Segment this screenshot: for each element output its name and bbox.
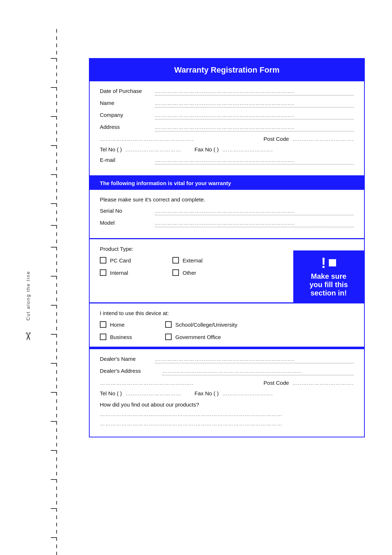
how-find-line1[interactable]: ………………………..........…………….……………………………...…… (100, 411, 354, 417)
checkbox-label-school: School/College/University (175, 322, 237, 328)
dealers-name-row: Dealer's Name …....………………......………….....… (100, 356, 354, 363)
dealer-address-cont-dots: ………………………......……….......... (100, 380, 260, 386)
tick-mark (51, 479, 57, 480)
address-label: Address (100, 124, 151, 130)
exclamation-mark: ! (321, 256, 326, 270)
dealer-tel-no-label: Tel No ( ) (100, 390, 122, 396)
email-row: E-mail …....………………......…………............… (100, 157, 354, 164)
tick-mark (51, 116, 57, 117)
product-type-checkboxes-area: PC Card External Internal (100, 257, 293, 296)
please-notice: Please make sure it's correct and comple… (100, 196, 354, 203)
use-device-grid: Home School/College/University Business … (100, 321, 354, 340)
checkbox-govt[interactable] (165, 334, 172, 340)
tick-mark (51, 203, 57, 204)
warranty-banner: The following information is vital for y… (90, 176, 364, 190)
checkbox-label-external: External (183, 257, 203, 264)
tick-mark (51, 334, 57, 335)
company-label: Company (100, 112, 151, 118)
checkbox-label-govt: Government Office (175, 334, 221, 340)
tick-mark (51, 247, 57, 248)
tick-mark (51, 58, 57, 59)
date-of-purchase-field[interactable]: …....………………......…………...................… (155, 88, 354, 95)
how-find-line2[interactable]: ………………………..........…………….……………………………...…… (100, 421, 354, 427)
dealer-postcode-field[interactable]: ......…………...…………. (293, 380, 354, 386)
name-label: Name (100, 100, 151, 106)
cut-along-area: Cut along the line ✂ (24, 270, 33, 342)
checkbox-item-other: Other (172, 269, 245, 276)
tel-no-label: Tel No ( ) (100, 146, 122, 152)
dealer-section: Dealer's Name …....………………......………….....… (90, 349, 364, 437)
tick-mark (51, 87, 57, 88)
fax-no-field[interactable]: …………...…………. (222, 147, 354, 152)
personal-info-section: Date of Purchase …....………………......…………..… (90, 81, 364, 176)
checkbox-item-govt: Government Office (165, 334, 260, 340)
tel-no-field[interactable]: ..........………………… (126, 147, 184, 152)
checkbox-business[interactable] (100, 334, 106, 340)
address-field[interactable]: …....………………......…………...................… (155, 124, 354, 131)
warranty-banner-text: The following information is vital for y… (100, 180, 231, 186)
cut-line (56, 29, 57, 555)
dealers-name-label: Dealer's Name (100, 356, 151, 362)
name-row: Name …....………………......…………..............… (100, 100, 354, 107)
tick-mark (51, 508, 57, 509)
tick-mark (51, 225, 57, 226)
checkbox-label-other: Other (183, 270, 196, 276)
checkbox-school[interactable] (165, 321, 172, 328)
scissors-icon: ✂ (22, 332, 34, 341)
product-type-content: PC Card External Internal (100, 257, 354, 296)
serial-no-label: Serial No (100, 208, 151, 214)
checkbox-home[interactable] (100, 321, 106, 328)
checkbox-label-business: Business (110, 334, 132, 340)
serial-no-field[interactable]: …....………………......…………...................… (155, 208, 354, 215)
tick-mark (51, 392, 57, 393)
dealer-postcode-label: Post Code (264, 380, 289, 386)
dealers-name-field[interactable]: …....………………......…………...................… (155, 356, 354, 363)
use-device-section: I intend to use this device at: Home Sch… (90, 303, 364, 348)
checkbox-label-home: Home (110, 322, 124, 328)
name-field[interactable]: …....………………......…………...................… (155, 100, 354, 107)
exclamation-row: ! (321, 256, 336, 270)
product-type-grid: PC Card External Internal (100, 257, 293, 276)
tel-fax-row: Tel No ( ) ..........………………… Fax No ( ) … (100, 146, 354, 152)
date-of-purchase-label: Date of Purchase (100, 88, 151, 94)
checkbox-item-external: External (172, 257, 245, 264)
product-type-section: Product Type: PC Card External (90, 239, 364, 303)
company-row: Company …....………………......…………...........… (100, 112, 354, 119)
email-field[interactable]: …....………………......…………...................… (155, 157, 354, 164)
exclamation-small-box (329, 259, 336, 266)
checkbox-label-pc-card: PC Card (110, 257, 131, 264)
address-row: Address …....………………......…………...........… (100, 124, 354, 131)
company-field[interactable]: …....………………......…………...................… (155, 112, 354, 119)
form-container: Warranty Registration Form Date of Purch… (89, 58, 365, 437)
checkbox-label-internal: Internal (110, 270, 128, 276)
tick-mark (51, 421, 57, 422)
dealer-tel-no-field[interactable]: ..........………………… (126, 391, 184, 396)
checkbox-other[interactable] (172, 269, 179, 276)
dealers-address-label: Dealer's Address (100, 368, 158, 374)
make-sure-line2: you fill this (310, 281, 348, 289)
tick-mark (51, 174, 57, 175)
model-row: Model …....………………......………….............… (100, 220, 354, 227)
checkbox-internal[interactable] (100, 269, 106, 276)
dealer-fax-no-field[interactable]: …………...…………. (222, 391, 354, 396)
checkbox-pc-card[interactable] (100, 257, 106, 264)
model-field[interactable]: …....………………......…………...................… (155, 220, 354, 227)
main-content: Warranty Registration Form Date of Purch… (67, 58, 381, 437)
tick-mark (51, 537, 57, 538)
dealers-address-row: Dealer's Address …....………………......…………..… (100, 368, 354, 375)
checkbox-item-home: Home (100, 321, 165, 328)
form-title: Warranty Registration Form (174, 65, 279, 74)
make-sure-box: ! Make sure you fill this section in! (293, 250, 364, 302)
how-find-label: How did you find out about our products? (100, 401, 354, 408)
tick-mark (51, 305, 57, 306)
tick-mark (51, 450, 57, 451)
postcode-field[interactable]: ......…………...…………. (293, 136, 354, 142)
tick-mark (51, 363, 57, 364)
dealers-address-field[interactable]: …....………………......…………...................… (162, 368, 354, 375)
tick-mark (51, 145, 57, 146)
model-label: Model (100, 220, 151, 226)
make-sure-line1: Make sure (311, 272, 347, 281)
checkbox-external[interactable] (172, 257, 179, 264)
address-cont-dots: ………………………......……….......... (100, 136, 260, 142)
serial-no-row: Serial No …....………………......………….........… (100, 208, 354, 215)
